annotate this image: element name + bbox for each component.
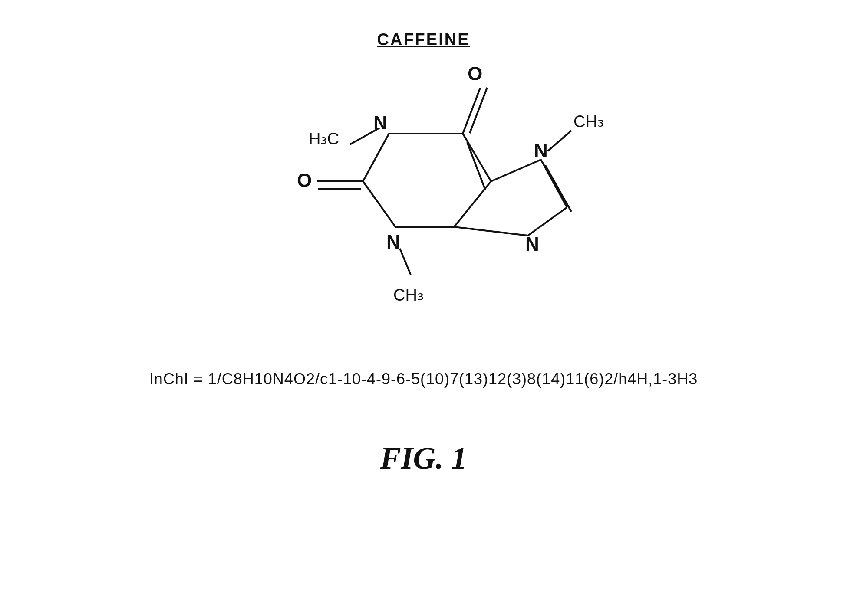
- inchi-string: InChI = 1/C8H10N4O2/c1-10-4-9-6-5(10)7(1…: [149, 370, 698, 388]
- inchi-area: InChI = 1/C8H10N4O2/c1-10-4-9-6-5(10)7(1…: [0, 370, 847, 388]
- svg-line-4: [463, 134, 491, 181]
- svg-line-13: [528, 207, 567, 236]
- n9-label: N: [525, 233, 539, 255]
- title-area: CAFFEINE: [0, 0, 847, 49]
- h3c-left-label: H₃C: [309, 130, 339, 148]
- svg-line-16: [350, 128, 379, 144]
- svg-line-18: [400, 249, 411, 275]
- compound-title: CAFFEINE: [377, 30, 470, 49]
- svg-line-11: [491, 160, 541, 181]
- ch3-top-right-label: CH₃: [573, 112, 604, 131]
- page-container: CAFFEINE: [0, 0, 847, 616]
- molecule-area: O O N N N N CH₃ H₃C CH₃: [0, 53, 847, 366]
- n3-label: N: [386, 231, 400, 252]
- oxygen-top-label: O: [467, 63, 482, 84]
- n7-label: N: [534, 140, 548, 161]
- oxygen-left-label: O: [297, 170, 311, 191]
- svg-line-12: [541, 160, 567, 207]
- svg-line-1: [363, 181, 395, 227]
- svg-line-0: [363, 134, 389, 181]
- fig-area: FIG. 1: [0, 440, 847, 476]
- svg-line-15: [545, 165, 571, 212]
- svg-line-14: [454, 227, 528, 236]
- figure-label: FIG. 1: [380, 441, 467, 475]
- svg-line-17: [548, 131, 571, 151]
- ch3-bottom-label: CH₃: [393, 286, 424, 304]
- molecule-svg: O O N N N N CH₃ H₃C CH₃: [228, 53, 619, 322]
